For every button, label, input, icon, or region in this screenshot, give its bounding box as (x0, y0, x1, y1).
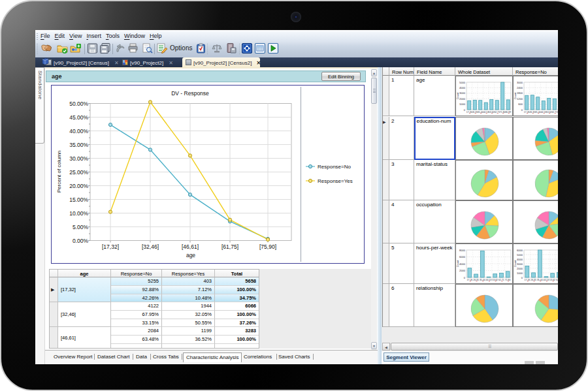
svg-text:44,53: 44,53 (544, 279, 549, 281)
svg-text:44,53: 44,53 (486, 279, 492, 281)
svg-text:35,44: 35,44 (535, 111, 541, 114)
svg-text:5000: 5000 (459, 81, 466, 84)
svg-text:6000: 6000 (459, 255, 466, 258)
svg-text:Percent of column: Percent of column (56, 151, 62, 193)
svg-text:71,80: 71,80 (557, 111, 558, 114)
svg-text:600: 600 (518, 102, 523, 106)
svg-text:35,44: 35,44 (478, 111, 483, 114)
svg-text:Count: Count (514, 259, 517, 267)
svg-text:30.00%: 30.00% (69, 155, 88, 162)
svg-text:Response=No: Response=No (318, 164, 351, 170)
svg-text:4000: 4000 (517, 257, 523, 260)
svg-text:Response=Yes: Response=Yes (318, 178, 353, 184)
svg-text:53,62: 53,62 (549, 279, 555, 281)
svg-text:3000: 3000 (517, 81, 523, 84)
svg-text:45.00%: 45.00% (69, 114, 88, 121)
svg-text:15.00%: 15.00% (69, 196, 88, 203)
svg-text:DV - Response: DV - Response (171, 90, 209, 97)
svg-text:0: 0 (521, 108, 523, 112)
svg-text:71,80: 71,80 (505, 279, 511, 281)
svg-text:50.00%: 50.00% (69, 101, 88, 107)
svg-text:0: 0 (521, 275, 523, 279)
svg-text:0.00%: 0.00% (73, 238, 89, 244)
svg-text:age: age (186, 252, 195, 258)
svg-text:3000: 3000 (459, 92, 466, 95)
svg-text:10.00%: 10.00% (69, 210, 88, 217)
svg-text:25.00%: 25.00% (69, 169, 88, 176)
svg-text:1200: 1200 (517, 97, 523, 101)
svg-text:1000: 1000 (459, 102, 466, 106)
svg-text:2000: 2000 (459, 269, 466, 272)
svg-text:5.00%: 5.00% (73, 224, 89, 230)
svg-text:Count: Count (456, 259, 459, 267)
svg-text:26,35: 26,35 (531, 279, 536, 281)
svg-text:2000: 2000 (459, 97, 466, 101)
svg-text:3000: 3000 (517, 262, 523, 265)
svg-text:2400: 2400 (517, 86, 523, 89)
svg-text:4000: 4000 (459, 86, 466, 89)
svg-text:40.00%: 40.00% (69, 128, 88, 134)
svg-text:1000: 1000 (517, 271, 523, 274)
svg-text:Count: Count (456, 92, 459, 100)
svg-text:35,44: 35,44 (537, 279, 543, 281)
svg-text:80,89: 80,89 (505, 111, 511, 114)
svg-text:53,62: 53,62 (489, 111, 495, 114)
svg-text:17,26: 17,26 (524, 111, 530, 114)
svg-text:4000: 4000 (459, 262, 466, 265)
svg-text:35.00%: 35.00% (69, 142, 88, 148)
svg-text:35,44: 35,44 (480, 279, 485, 281)
svg-text:26,35: 26,35 (473, 279, 479, 281)
svg-text:[32,46]: [32,46] (142, 243, 159, 250)
svg-text:[61,75]: [61,75] (221, 243, 238, 250)
svg-text:1800: 1800 (517, 92, 523, 95)
svg-text:71,80: 71,80 (500, 111, 506, 114)
svg-text:2000: 2000 (517, 266, 523, 270)
svg-text:[75,90]: [75,90] (259, 243, 276, 250)
svg-text:0: 0 (464, 108, 466, 112)
svg-text:[46,61]: [46,61] (182, 243, 199, 250)
svg-text:0: 0 (464, 275, 466, 279)
svg-text:17,26: 17,26 (525, 279, 531, 281)
svg-text:[17,32]: [17,32] (102, 243, 119, 250)
svg-text:Count: Count (514, 92, 517, 100)
svg-text:17,26: 17,26 (467, 279, 473, 281)
svg-text:5000: 5000 (517, 253, 523, 256)
svg-text:20.00%: 20.00% (69, 183, 88, 189)
svg-text:53,62: 53,62 (546, 111, 552, 114)
svg-text:53,62: 53,62 (492, 279, 498, 281)
svg-text:8000: 8000 (459, 248, 466, 251)
svg-text:62,71: 62,71 (498, 279, 504, 281)
svg-text:62,71: 62,71 (556, 279, 558, 281)
svg-text:17,26: 17,26 (466, 111, 472, 114)
svg-text:6000: 6000 (517, 248, 523, 251)
